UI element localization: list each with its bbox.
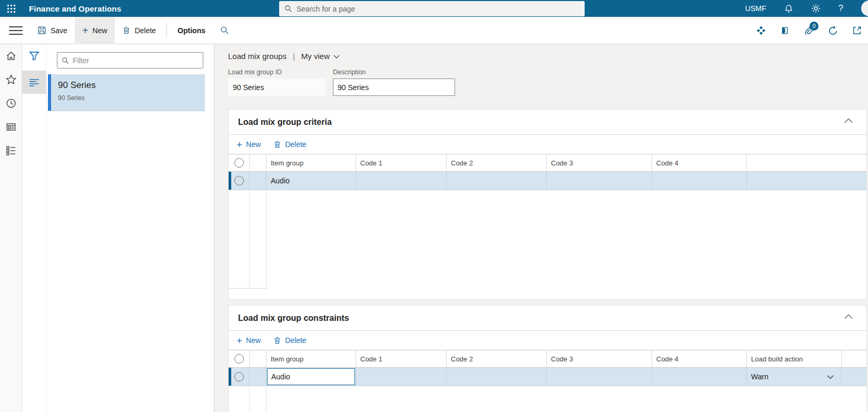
select-all-radio[interactable] (229, 154, 250, 172)
cell-code2[interactable] (447, 368, 547, 386)
table-row[interactable]: Audio (229, 172, 866, 190)
description-field[interactable] (333, 79, 455, 96)
grid-empty-area (229, 190, 866, 289)
column-header-code1[interactable]: Code 1 (356, 154, 447, 172)
record-list-pane: 90 Series 90 Series (22, 44, 214, 412)
grid-new-button[interactable]: + New (236, 140, 261, 150)
breadcrumb[interactable]: Load mix groups (228, 52, 287, 61)
modules-icon[interactable] (6, 145, 16, 156)
new-button[interactable]: + New (75, 17, 115, 44)
selection-indicator (48, 74, 51, 111)
row-blank-cell (250, 368, 267, 386)
grid-delete-button[interactable]: Delete (273, 336, 306, 345)
row-select-cell[interactable] (229, 172, 250, 190)
column-header-code3[interactable]: Code 3 (547, 154, 652, 172)
header-cell-blank (250, 350, 267, 368)
filter-funnel-icon[interactable] (29, 51, 40, 61)
column-header-code3[interactable]: Code 3 (547, 350, 652, 368)
cell-item-group-editing (267, 368, 356, 386)
header-cell-filler (842, 350, 867, 368)
search-icon (284, 5, 292, 13)
grid-toolbar: + New Delete (229, 331, 866, 350)
action-search-icon[interactable] (220, 26, 229, 35)
help-icon[interactable]: ? (839, 3, 843, 14)
recent-clock-icon[interactable] (6, 98, 16, 109)
view-selector[interactable]: My view (301, 52, 340, 61)
gear-icon[interactable] (811, 4, 821, 13)
trash-icon (122, 26, 131, 35)
bell-icon[interactable] (784, 4, 793, 13)
column-header-item-group[interactable]: Item group (267, 154, 356, 172)
save-button[interactable]: Save (30, 17, 75, 44)
row-radio[interactable] (234, 176, 244, 185)
search-input[interactable] (297, 5, 579, 13)
section-header: Load mix group criteria (229, 110, 866, 135)
column-header-code2[interactable]: Code 2 (447, 154, 547, 172)
refresh-icon[interactable] (828, 26, 838, 36)
filter-input[interactable] (73, 56, 199, 65)
row-blank-cell (250, 172, 267, 190)
top-navigation-bar: Finance and Operations USMF (0, 0, 868, 17)
load-mix-group-id-field: 90 Series (228, 79, 326, 96)
cell-code4[interactable] (652, 368, 747, 386)
avatar[interactable] (861, 1, 868, 16)
plus-icon: + (236, 140, 242, 150)
delete-button[interactable]: Delete (115, 17, 163, 44)
list-item-subtitle: 90 Series (58, 94, 205, 102)
options-button[interactable]: Options (170, 17, 213, 44)
column-header-code4[interactable]: Code 4 (652, 154, 747, 172)
cell-code2[interactable] (447, 172, 547, 190)
column-header-load-build-action[interactable]: Load build action (747, 350, 842, 368)
column-header-code2[interactable]: Code 2 (447, 350, 547, 368)
company-selector[interactable]: USMF (745, 4, 766, 13)
criteria-grid: Item group Code 1 Code 2 Code 3 Code 4 (229, 154, 866, 289)
chevron-up-icon[interactable] (844, 314, 853, 319)
cell-code4[interactable] (652, 172, 747, 190)
favorites-star-icon[interactable] (6, 74, 16, 85)
home-icon[interactable] (6, 51, 16, 61)
cell-code1[interactable] (356, 368, 447, 386)
item-group-editor[interactable] (267, 368, 355, 385)
attachments-icon[interactable]: 0 (804, 26, 814, 36)
app-launcher-icon[interactable] (0, 0, 22, 17)
field-label-load-mix-group-id: Load mix group ID (228, 68, 326, 76)
action-pane-right-icons: 0 (756, 17, 862, 44)
grid-delete-button[interactable]: Delete (273, 140, 306, 149)
office-apps-icon[interactable] (780, 26, 790, 35)
load-build-action-dropdown[interactable]: Warn (751, 372, 841, 381)
section-title: Load mix group constraints (238, 313, 349, 323)
section-load-mix-group-constraints: Load mix group constraints + New (228, 305, 867, 412)
cell-item-group[interactable]: Audio (267, 172, 356, 190)
list-view-toggle[interactable] (22, 71, 46, 94)
table-row[interactable]: Warn (229, 368, 866, 386)
row-radio[interactable] (234, 372, 244, 381)
toolbar-divider (166, 23, 167, 38)
row-select-cell[interactable] (229, 368, 250, 386)
grid-new-button[interactable]: + New (236, 336, 261, 346)
column-header-code1[interactable]: Code 1 (356, 350, 447, 368)
trash-icon (273, 336, 281, 345)
save-icon (37, 26, 46, 35)
hamburger-icon[interactable] (9, 26, 23, 35)
chevron-up-icon[interactable] (844, 118, 853, 123)
column-header-code4[interactable]: Code 4 (652, 350, 747, 368)
open-in-new-window-icon[interactable] (852, 26, 862, 35)
breadcrumb-separator: | (293, 52, 295, 61)
workspace-icon[interactable] (6, 122, 16, 132)
list-item[interactable]: 90 Series 90 Series (48, 74, 205, 111)
nav-rail (0, 44, 22, 412)
cell-code3[interactable] (547, 368, 652, 386)
attachments-count-badge: 0 (810, 22, 818, 31)
cell-code1[interactable] (356, 172, 447, 190)
task-flow-icon[interactable] (756, 26, 766, 35)
header-cell-filler (747, 154, 866, 172)
select-all-radio[interactable] (229, 350, 250, 368)
page-header: Load mix groups | My view (228, 52, 867, 61)
cell-code3[interactable] (547, 172, 652, 190)
plus-icon: + (236, 336, 242, 346)
list-filter (57, 52, 203, 68)
header-cell-blank (250, 154, 267, 172)
trash-icon (273, 140, 281, 149)
field-label-description: Description (333, 68, 455, 76)
column-header-item-group[interactable]: Item group (267, 350, 356, 368)
